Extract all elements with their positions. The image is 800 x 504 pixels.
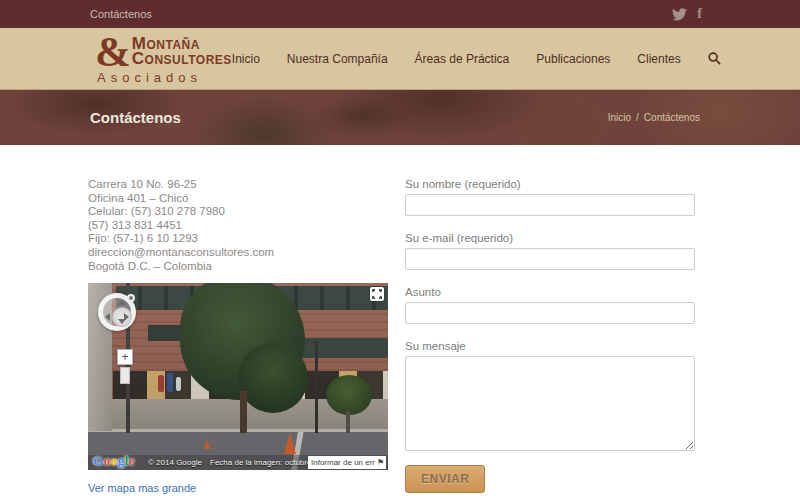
nav-item-inicio[interactable]: Inicio — [232, 52, 260, 66]
pan-up-arrow[interactable] — [118, 300, 126, 305]
pan-right-arrow[interactable] — [124, 313, 129, 321]
social-links: f — [672, 7, 702, 21]
map-copyright: © 2014 Google — [148, 458, 202, 467]
phone-line: (57) 313 831 4451 — [88, 219, 388, 233]
address-line: Carrera 10 No. 96-25 — [88, 178, 388, 192]
contact-form: Su nombre (requerido) Su e-mail (requeri… — [405, 178, 695, 496]
page-title: Contáctenos — [90, 109, 181, 126]
site-logo[interactable]: & Montaña Consultores Asociados — [95, 34, 232, 84]
logo-name-bottom: Consultores — [132, 51, 232, 66]
content: Carrera 10 No. 96-25 Oficina 401 – Chicó… — [0, 145, 800, 496]
breadcrumb-home-link[interactable]: Inicio — [608, 112, 631, 123]
zoom-in-button[interactable]: + — [117, 349, 133, 365]
site-header: & Montaña Consultores Asociados Inicio N… — [0, 28, 800, 90]
flag-icon: ⚑ — [377, 456, 384, 469]
google-logo[interactable]: Google — [93, 453, 135, 469]
pan-control[interactable] — [98, 293, 136, 331]
send-button[interactable]: ENVIAR — [405, 465, 485, 493]
address-block: Carrera 10 No. 96-25 Oficina 401 – Chicó… — [88, 178, 388, 273]
message-field[interactable] — [405, 356, 695, 451]
message-label: Su mensaje — [405, 340, 695, 352]
subject-label: Asunto — [405, 286, 695, 298]
email-line: direccion@montanaconsultores.com — [88, 246, 388, 260]
topbar-contact-label: Contáctenos — [90, 8, 152, 20]
twitter-icon[interactable] — [672, 8, 687, 21]
zoom-slider[interactable] — [120, 367, 130, 384]
contact-info-column: Carrera 10 No. 96-25 Oficina 401 – Chicó… — [88, 178, 388, 496]
nav-item-clientes[interactable]: Clientes — [637, 52, 680, 66]
logo-tagline: Asociados — [97, 71, 232, 84]
city-line: Bogotá D.C. – Colombia — [88, 260, 388, 274]
street-view-image[interactable]: + Google © 2014 Google Fecha de la image… — [88, 283, 388, 470]
report-problem-link[interactable]: Informar de un err⚑ — [308, 456, 386, 469]
name-label: Su nombre (requerido) — [405, 178, 695, 190]
email-field[interactable] — [405, 248, 695, 270]
breadcrumb-separator: / — [636, 112, 639, 123]
email-label: Su e-mail (requerido) — [405, 232, 695, 244]
search-icon[interactable] — [708, 52, 721, 65]
fullscreen-icon[interactable] — [370, 287, 384, 301]
main-nav: Inicio Nuestra Compañía Áreas de Práctic… — [232, 52, 721, 66]
subject-field[interactable] — [405, 302, 695, 324]
nav-item-nuestra-compania[interactable]: Nuestra Compañía — [287, 52, 388, 66]
view-larger-map-link[interactable]: Ver mapa mas grande — [88, 482, 196, 494]
nav-item-publicaciones[interactable]: Publicaciones — [536, 52, 610, 66]
address-line: Oficina 401 – Chicó — [88, 192, 388, 206]
breadcrumb: Inicio / Contáctenos — [608, 112, 700, 123]
top-bar: Contáctenos f — [0, 0, 800, 28]
facebook-icon[interactable]: f — [697, 7, 702, 21]
page: Contáctenos f & Montaña Consultores Asoc… — [0, 0, 800, 504]
phone-line: Fijo: (57-1) 6 10 1293 — [88, 232, 388, 246]
nav-item-areas-de-practica[interactable]: Áreas de Práctica — [415, 52, 510, 66]
pan-left-arrow[interactable] — [105, 313, 110, 321]
name-field[interactable] — [405, 194, 695, 216]
phone-line: Celular: (57) 310 278 7980 — [88, 205, 388, 219]
breadcrumb-current: Contáctenos — [644, 112, 700, 123]
logo-ampersand: & — [95, 34, 131, 70]
page-title-bar: Contáctenos Inicio / Contáctenos — [0, 90, 800, 145]
